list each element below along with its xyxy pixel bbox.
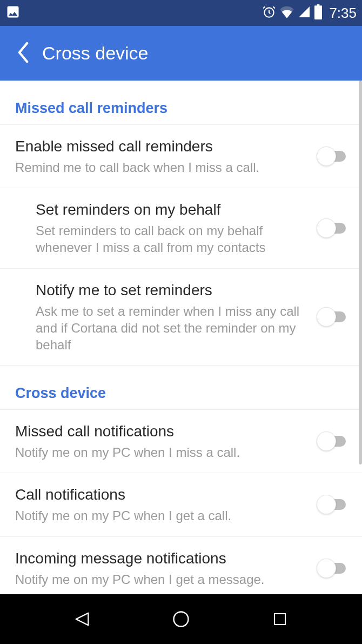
nav-recent-button[interactable] bbox=[268, 607, 292, 631]
app-header: Cross device bbox=[0, 26, 362, 81]
svg-point-1 bbox=[173, 612, 188, 627]
setting-title: Enable missed call reminders bbox=[15, 137, 310, 156]
status-left bbox=[5, 4, 21, 22]
status-bar: 7:35 bbox=[0, 0, 362, 26]
setting-desc: Ask me to set a reminder when I miss any… bbox=[36, 303, 310, 354]
image-notification-icon bbox=[5, 4, 21, 22]
setting-desc: Remind me to call back when I miss a cal… bbox=[15, 159, 310, 176]
section-header-missed: Missed call reminders bbox=[0, 81, 362, 125]
setting-desc: Notify me on my PC when I get a message. bbox=[15, 571, 310, 588]
setting-title: Incoming message notifications bbox=[15, 549, 310, 568]
nav-home-button[interactable] bbox=[169, 607, 193, 631]
page-title: Cross device bbox=[42, 43, 149, 64]
toggle-call-notifications[interactable] bbox=[317, 494, 351, 515]
setting-desc: Notify me on my PC when I miss a call. bbox=[15, 444, 310, 461]
alarm-icon bbox=[262, 5, 276, 21]
toggle-notify-set-reminders[interactable] bbox=[317, 307, 351, 327]
setting-title: Call notifications bbox=[15, 485, 310, 504]
toggle-enable-missed-reminders[interactable] bbox=[317, 146, 351, 167]
setting-title: Notify me to set reminders bbox=[36, 281, 310, 300]
setting-incoming-message-notifications[interactable]: Incoming message notifications Notify me… bbox=[0, 537, 362, 595]
settings-content[interactable]: Missed call reminders Enable missed call… bbox=[0, 81, 362, 594]
setting-title: Missed call notifications bbox=[15, 422, 310, 441]
status-time: 7:35 bbox=[329, 5, 357, 22]
section-header-cross-device: Cross device bbox=[0, 366, 362, 410]
toggle-incoming-message-notifications[interactable] bbox=[317, 558, 351, 579]
setting-set-reminders-behalf[interactable]: Set reminders on my behalf Set reminders… bbox=[0, 188, 362, 268]
status-right: 7:35 bbox=[262, 4, 357, 22]
setting-enable-missed-reminders[interactable]: Enable missed call reminders Remind me t… bbox=[0, 125, 362, 188]
navigation-bar bbox=[0, 594, 362, 644]
svg-rect-2 bbox=[274, 614, 285, 625]
setting-title: Set reminders on my behalf bbox=[36, 200, 310, 219]
setting-desc: Notify me on my PC when I get a call. bbox=[15, 507, 310, 524]
toggle-missed-call-notifications[interactable] bbox=[317, 431, 351, 452]
setting-desc: Set reminders to call back on my behalf … bbox=[36, 222, 310, 256]
nav-back-button[interactable] bbox=[70, 607, 94, 631]
setting-missed-call-notifications[interactable]: Missed call notifications Notify me on m… bbox=[0, 410, 362, 473]
setting-call-notifications[interactable]: Call notifications Notify me on my PC wh… bbox=[0, 473, 362, 536]
back-icon[interactable] bbox=[16, 42, 30, 65]
setting-notify-set-reminders[interactable]: Notify me to set reminders Ask me to set… bbox=[0, 269, 362, 366]
toggle-set-reminders-behalf[interactable] bbox=[317, 218, 351, 238]
signal-icon bbox=[298, 5, 311, 21]
battery-icon bbox=[314, 4, 323, 22]
scroll-indicator[interactable] bbox=[359, 81, 362, 464]
wifi-icon bbox=[279, 5, 294, 21]
